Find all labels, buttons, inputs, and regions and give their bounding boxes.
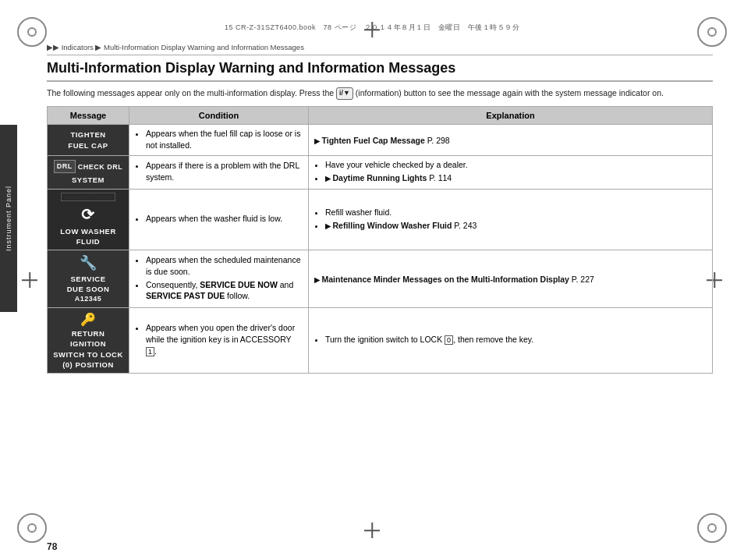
page-number: 78: [47, 541, 57, 552]
table-row: TIGHTEN FUEL CAP Appears when the fuel f…: [48, 124, 713, 155]
explanation-item: Turn the ignition switch to LOCK 0, then…: [325, 334, 707, 346]
msg-return: RETURN: [53, 328, 123, 338]
msg-check-drl: CHECK DRL: [78, 162, 123, 172]
explanation-item: Refill washer fluid.: [325, 207, 707, 218]
breadcrumb-arrow1: ▶▶: [47, 43, 59, 51]
condition-item: Appears when you open the driver's door …: [146, 322, 303, 356]
condition-item: Appears when the washer fluid is low.: [146, 213, 303, 225]
message-cell-return: 🔑 RETURN IGNITION SWITCH TO LOCK (0) POS…: [48, 307, 129, 374]
msg-fluid: FLUID: [76, 236, 100, 246]
explanation-cell-return: Turn the ignition switch to LOCK 0, then…: [309, 307, 713, 374]
table-row: DRL CHECK DRL SYSTEM Appears if there is…: [48, 156, 713, 189]
explanation-cell-washer: Refill washer fluid. Refilling Window Wa…: [309, 189, 713, 250]
explanation-cell-fuel-cap: Tighten Fuel Cap Message P. 298: [309, 124, 713, 155]
accessory-badge: 1: [146, 347, 154, 356]
cross-mark-left: [22, 272, 37, 288]
info-table: Message Condition Explanation TIGHTEN FU…: [47, 106, 713, 374]
canadian-models-label: Canadian models: [61, 193, 115, 201]
page-title: Multi-Information Display Warning and In…: [47, 60, 713, 82]
table-row: 🔑 RETURN IGNITION SWITCH TO LOCK (0) POS…: [48, 307, 713, 374]
explanation-cell-drl: Have your vehicle checked by a dealer. D…: [309, 156, 713, 189]
side-tab: Instrument Panel: [0, 125, 17, 312]
page: 15 CR-Z-31SZT6400.book 78 ページ ２０１４年８月１日 …: [0, 0, 744, 560]
condition-item: Appears when the fuel fill cap is loose …: [146, 128, 303, 151]
breadcrumb-part2: Multi-Information Display Warning and In…: [104, 43, 304, 51]
table-row: 🔧 SERVICE DUE SOON A12345 Appears when t…: [48, 250, 713, 307]
explanation-item: Have your vehicle checked by a dealer.: [325, 159, 707, 171]
message-cell-service: 🔧 SERVICE DUE SOON A12345: [48, 250, 129, 307]
top-meta: 15 CR-Z-31SZT6400.book 78 ページ ２０１４年８月１日 …: [47, 8, 697, 47]
info-badge: i/▼: [336, 87, 353, 100]
breadcrumb-arrow2: ▶: [95, 43, 101, 51]
message-cell-drl: DRL CHECK DRL SYSTEM: [48, 156, 129, 189]
explanation-cell-service: Maintenance Minder Messages on the Multi…: [309, 250, 713, 307]
service-due-now-bold: SERVICE DUE NOW: [200, 280, 278, 289]
lock-badge: 0: [445, 335, 453, 345]
msg-line2: FUEL CAP: [53, 140, 123, 151]
condition-cell-service: Appears when the scheduled maintenance i…: [129, 250, 309, 307]
explanation-link: Tighten Fuel Cap Message: [314, 136, 425, 145]
table-row: Canadian models ⟳ LOW WASHER FLUID Appea…: [48, 189, 713, 250]
explanation-link: Maintenance Minder Messages on the Multi…: [314, 275, 569, 284]
msg-service: SERVICE: [53, 274, 123, 284]
corner-decoration-tl: [17, 17, 47, 47]
condition-item: Appears if there is a problem with the D…: [146, 160, 303, 183]
col-header-explanation: Explanation: [309, 106, 713, 124]
breadcrumb-part1: Indicators: [62, 43, 94, 51]
condition-cell-drl: Appears if there is a problem with the D…: [129, 156, 309, 189]
service-past-due-bold: SERVICE PAST DUE: [146, 291, 225, 300]
msg-switch-to-lock: SWITCH TO LOCK: [53, 349, 123, 360]
wrench-icon: 🔧: [80, 253, 97, 273]
condition-cell-return: Appears when you open the driver's door …: [129, 307, 309, 374]
msg-code: A12345: [53, 294, 123, 304]
explanation-item: Refilling Window Washer Fluid P. 243: [325, 220, 707, 232]
return-icon: 🔑: [80, 313, 97, 326]
washer-icon: ⟳: [81, 204, 95, 225]
condition-cell-washer: Appears when the washer fluid is low.: [129, 189, 309, 250]
message-cell-fuel-cap: TIGHTEN FUEL CAP: [48, 124, 129, 155]
msg-ignition: IGNITION: [53, 338, 123, 349]
drl-badge: DRL: [54, 160, 76, 173]
msg-position: (0) POSITION: [53, 360, 123, 370]
condition-item: Appears when the scheduled maintenance i…: [146, 254, 303, 277]
intro-text: The following messages appear only on th…: [47, 87, 713, 100]
condition-cell-fuel-cap: Appears when the fuel fill cap is loose …: [129, 124, 309, 155]
main-content: ▶▶ Indicators ▶ Multi-Information Displa…: [47, 43, 713, 529]
corner-decoration-bl: [17, 513, 47, 543]
msg-low-washer: LOW WASHER: [60, 226, 116, 236]
message-cell-washer: Canadian models ⟳ LOW WASHER FLUID: [48, 189, 129, 250]
explanation-link: Refilling Window Washer Fluid: [325, 221, 452, 230]
breadcrumb: ▶▶ Indicators ▶ Multi-Information Displa…: [47, 43, 713, 55]
explanation-link: Daytime Running Lights: [325, 173, 427, 183]
msg-line1: TIGHTEN: [53, 129, 123, 140]
col-header-message: Message: [48, 106, 129, 124]
condition-item: Consequently, SERVICE DUE NOW and SERVIC…: [146, 279, 303, 302]
col-header-condition: Condition: [129, 106, 309, 124]
msg-due-soon: DUE SOON: [53, 284, 123, 294]
msg-system: SYSTEM: [53, 175, 123, 185]
explanation-item: Daytime Running Lights P. 114: [325, 172, 707, 184]
